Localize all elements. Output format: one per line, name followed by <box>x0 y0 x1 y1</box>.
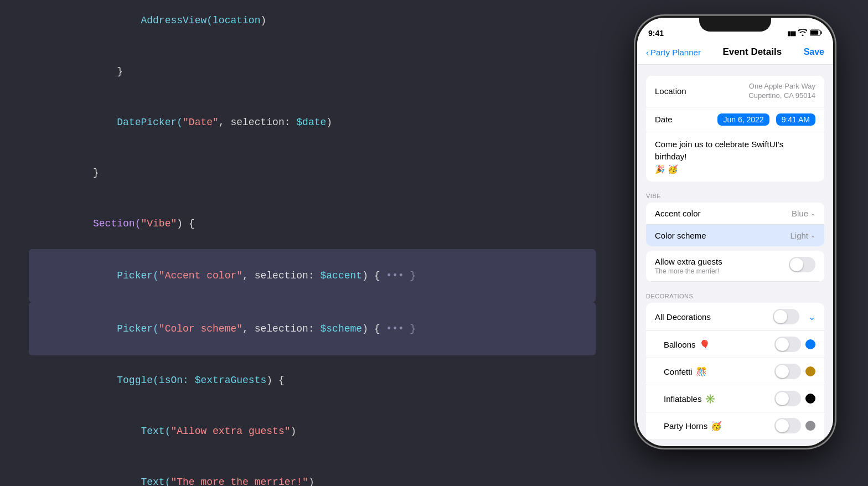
party-horns-color-dot <box>805 421 815 431</box>
code-line-text1: Text("Allow extra guests") <box>33 406 591 457</box>
signal-icon: ▮▮▮ <box>787 30 795 37</box>
party-horns-emoji: 🥳 <box>711 421 722 431</box>
code-line-picker-accent: Picker("Accent color", selection: $accen… <box>29 249 596 302</box>
scheme-label: Color scheme <box>655 231 706 240</box>
wifi-icon <box>798 29 807 38</box>
nav-back-button[interactable]: ‹ Party Planner <box>646 48 701 57</box>
color-scheme-row[interactable]: Color scheme Light ⌄ <box>646 225 824 246</box>
time-pill[interactable]: 9:41 AM <box>776 113 815 126</box>
location-value: One Apple Park Way Cupertino, CA 95014 <box>748 82 815 101</box>
inflatables-label: Inflatables <box>664 394 701 404</box>
accent-value: Blue ⌄ <box>792 209 815 218</box>
balloons-toggle-group <box>774 337 815 352</box>
confetti-label-group: Confetti 🎊 <box>664 366 707 377</box>
location-row: Location One Apple Park Way Cupertino, C… <box>646 76 824 107</box>
expand-icon[interactable]: ⌄ <box>808 312 815 322</box>
all-dec-toggle[interactable] <box>773 309 799 324</box>
confetti-color-dot <box>805 366 815 376</box>
nav-title: Event Details <box>722 46 782 58</box>
balloons-color-dot <box>805 339 815 349</box>
code-line-text2: Text("The more the merrier!") <box>33 457 591 486</box>
vibe-group: Accent color Blue ⌄ Color scheme Light <box>646 203 824 246</box>
balloons-toggle[interactable] <box>774 337 801 352</box>
code-line-close1: } <box>33 46 591 97</box>
scheme-chevron-icon: ⌄ <box>810 232 815 239</box>
phone-notch <box>699 16 771 32</box>
party-horns-toggle[interactable] <box>774 418 801 433</box>
inflatables-label-group: Inflatables ✳️ <box>664 394 716 404</box>
code-line-datepicker: DatePicker("Date", selection: $date) <box>33 97 591 148</box>
date-label: Date <box>655 115 673 124</box>
back-chevron-icon: ‹ <box>646 48 649 57</box>
date-values: Jun 6, 2022 9:41 AM <box>717 113 815 126</box>
phone-screen: 9:41 ▮▮▮ ‹ Party Planner Event Det <box>637 18 833 446</box>
all-dec-controls: ⌄ <box>773 309 815 324</box>
inflatables-toggle-group <box>774 391 815 406</box>
toggle-thumb <box>790 258 803 271</box>
section-location-date: Location One Apple Park Way Cupertino, C… <box>637 76 833 182</box>
nav-back-label[interactable]: Party Planner <box>650 48 701 57</box>
location-date-group: Location One Apple Park Way Cupertino, C… <box>646 76 824 182</box>
section-decorations: DECORATIONS All Decorations ⌄ <box>637 293 833 440</box>
phone-frame: 9:41 ▮▮▮ ‹ Party Planner Event Det <box>636 16 835 448</box>
accent-color-row[interactable]: Accent color Blue ⌄ <box>646 203 824 225</box>
nav-save-button[interactable]: Save <box>804 47 824 57</box>
party-horns-label: Party Horns <box>664 421 707 431</box>
confetti-emoji: 🎊 <box>696 366 707 377</box>
code-panel: // Grouped forms Form { Section { Labele… <box>0 0 624 486</box>
party-horns-row[interactable]: Party Horns 🥳 <box>646 412 824 440</box>
balloons-emoji: 🎈 <box>699 339 710 350</box>
extra-guests-toggle[interactable] <box>789 257 815 272</box>
code-line-toggle: Toggle(isOn: $extraGuests) { <box>33 355 591 406</box>
extra-guests-sublabel: The more the merrier! <box>655 267 789 275</box>
accent-label: Accent color <box>655 209 701 218</box>
dec-theme-row[interactable]: Decoration theme Black ⌄ <box>646 440 824 440</box>
extra-guests-section: Allow extra guests The more the merrier! <box>637 251 833 282</box>
section-vibe: VIBE Accent color Blue ⌄ Color sch <box>637 193 833 246</box>
vibe-header: VIBE <box>637 193 833 203</box>
extra-guests-label: Allow extra guests <box>655 257 789 266</box>
inflatables-emoji: ✳️ <box>705 394 716 404</box>
code-block: // Grouped forms Form { Section { Labele… <box>33 0 591 486</box>
confetti-row[interactable]: Confetti 🎊 <box>646 358 824 385</box>
code-line-close2: } <box>33 148 591 199</box>
confetti-label: Confetti <box>664 367 693 376</box>
confetti-toggle-group <box>774 364 815 379</box>
location-label: Location <box>655 86 686 96</box>
svg-rect-2 <box>821 31 822 34</box>
location-line2: Cupertino, CA 95014 <box>748 91 815 101</box>
inflatables-color-dot <box>805 394 815 404</box>
code-line-section2: Section("Vibe") { <box>33 199 591 250</box>
decorations-group: All Decorations ⌄ Balloons <box>646 303 824 440</box>
code-line-picker-scheme: Picker("Color scheme", selection: $schem… <box>29 302 596 355</box>
date-pill[interactable]: Jun 6, 2022 <box>717 113 769 126</box>
balloons-label: Balloons <box>664 340 696 349</box>
dec-header: DECORATIONS <box>637 293 833 303</box>
battery-icon <box>810 29 822 38</box>
notes-text: Come join us to celebrate SwiftUI's birt… <box>655 139 783 174</box>
party-horns-label-group: Party Horns 🥳 <box>664 421 722 431</box>
inflatables-toggle[interactable] <box>774 391 801 406</box>
accent-chevron-icon: ⌄ <box>810 210 815 217</box>
date-row: Date Jun 6, 2022 9:41 AM <box>646 107 824 132</box>
form-content: Location One Apple Park Way Cupertino, C… <box>637 65 833 440</box>
party-horns-toggle-group <box>774 418 815 433</box>
status-time: 9:41 <box>648 29 664 38</box>
code-line-address: AddressView(location) <box>33 0 591 46</box>
phone-container: 9:41 ▮▮▮ ‹ Party Planner Event Det <box>624 16 846 470</box>
balloons-label-group: Balloons 🎈 <box>664 339 710 350</box>
location-line1: One Apple Park Way <box>748 82 815 91</box>
scheme-value: Light ⌄ <box>790 231 815 240</box>
inflatables-row[interactable]: Inflatables ✳️ <box>646 385 824 412</box>
extra-guests-group: Allow extra guests The more the merrier! <box>646 251 824 282</box>
balloons-row[interactable]: Balloons 🎈 <box>646 331 824 358</box>
extra-guests-labels: Allow extra guests The more the merrier! <box>655 257 789 275</box>
all-dec-label: All Decorations <box>655 312 711 322</box>
all-decorations-row[interactable]: All Decorations ⌄ <box>646 303 824 331</box>
nav-bar: ‹ Party Planner Event Details Save <box>637 42 833 65</box>
status-icons: ▮▮▮ <box>787 29 822 38</box>
notes-row: Come join us to celebrate SwiftUI's birt… <box>646 132 824 182</box>
confetti-toggle[interactable] <box>774 364 801 379</box>
svg-rect-1 <box>810 30 818 35</box>
extra-guests-row: Allow extra guests The more the merrier! <box>646 251 824 282</box>
